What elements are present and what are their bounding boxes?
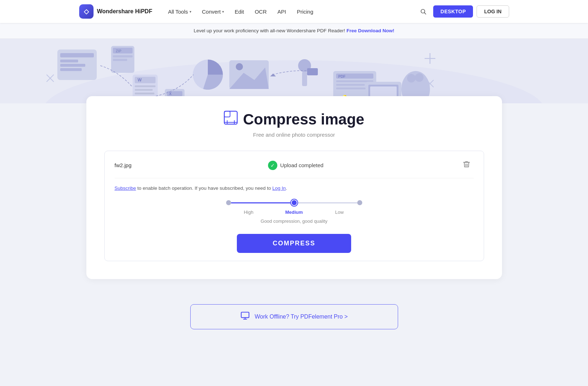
nav-edit[interactable]: Edit [230, 6, 249, 18]
svg-rect-52 [224, 111, 230, 117]
svg-rect-31 [336, 84, 365, 86]
nav-convert[interactable]: Convert ▾ [197, 6, 229, 18]
compression-description: Good compression, good quality [260, 218, 327, 224]
svg-rect-5 [60, 53, 94, 57]
search-icon [420, 8, 426, 15]
svg-rect-8 [60, 68, 82, 71]
logo-icon: ◇ [79, 4, 94, 19]
trash-icon [463, 160, 470, 168]
svg-rect-18 [135, 89, 153, 91]
compression-control: High Medium Low Good compression, good q… [115, 199, 474, 224]
low-dot [357, 200, 362, 205]
offline-banner[interactable]: Work Offline? Try PDFelement Pro > [190, 304, 398, 329]
brand-name: Wondershare HiPDF [97, 8, 152, 15]
upload-status: ✓ Upload completed [268, 161, 324, 170]
svg-text:W: W [138, 77, 142, 83]
image-icon [224, 110, 238, 125]
hero-svg: ZIP W X PDF 💡 [0, 39, 588, 103]
upload-header: fw2.jpg ✓ Upload completed [115, 159, 474, 178]
main-content: Compress image Free and online photo com… [0, 103, 588, 351]
upload-area: fw2.jpg ✓ Upload completed Subscribe [104, 151, 484, 261]
svg-text:ZIP: ZIP [116, 49, 121, 53]
nav-all-tools[interactable]: All Tools ▾ [163, 6, 196, 18]
desktop-icon [240, 311, 250, 320]
download-link[interactable]: Free Download Now! [346, 28, 395, 33]
nav-links: All Tools ▾ Convert ▾ Edit OCR API Prici… [163, 6, 415, 18]
svg-rect-13 [113, 59, 127, 61]
svg-line-1 [425, 13, 426, 14]
check-circle-icon: ✓ [268, 161, 277, 170]
nav-ocr[interactable]: OCR [250, 6, 272, 18]
svg-rect-7 [60, 64, 85, 67]
navbar: ◇ Wondershare HiPDF All Tools ▾ Convert … [0, 0, 588, 23]
nav-pricing[interactable]: Pricing [292, 6, 318, 18]
svg-rect-19 [135, 93, 154, 94]
high-dot [226, 200, 231, 205]
svg-rect-32 [336, 88, 368, 89]
svg-rect-56 [241, 312, 249, 317]
slider-line-left [231, 202, 291, 203]
medium-dot [291, 199, 297, 206]
chevron-down-icon: ▾ [222, 10, 224, 14]
nav-api[interactable]: API [272, 6, 291, 18]
svg-rect-12 [113, 55, 133, 57]
hero-illustration: ZIP W X PDF 💡 [0, 39, 588, 103]
svg-point-42 [407, 74, 416, 83]
search-button[interactable] [417, 5, 430, 18]
compression-slider[interactable] [226, 199, 362, 206]
svg-rect-6 [60, 60, 78, 62]
monitor-icon [240, 311, 250, 323]
svg-rect-17 [135, 85, 156, 87]
subscribe-link[interactable]: Subscribe [115, 185, 136, 191]
logo[interactable]: ◇ Wondershare HiPDF [79, 4, 152, 19]
slider-line-right [297, 202, 357, 203]
file-name: fw2.jpg [115, 162, 132, 168]
svg-rect-34 [302, 72, 307, 86]
label-high[interactable]: High [226, 210, 272, 215]
label-low[interactable]: Low [317, 210, 362, 215]
login-link[interactable]: Log In [272, 185, 286, 191]
svg-text:X: X [169, 92, 172, 96]
compress-button[interactable]: COMPRESS [237, 234, 351, 253]
nav-actions: DESKTOP LOG IN [417, 5, 509, 18]
svg-point-26 [236, 63, 243, 70]
delete-file-button[interactable] [460, 159, 473, 171]
desktop-button[interactable]: DESKTOP [433, 5, 473, 18]
slider-labels: High Medium Low [226, 210, 362, 215]
main-card: Compress image Free and online photo com… [86, 96, 502, 279]
promo-banner: Level up your work proficiency with all-… [0, 23, 588, 39]
offline-label: Work Offline? Try PDFelement Pro > [255, 314, 348, 320]
page-subtitle: Free and online photo compressor [104, 132, 484, 138]
svg-text:PDF: PDF [338, 75, 345, 79]
subscribe-note: Subscribe to enable batch operation. If … [115, 185, 474, 191]
label-medium[interactable]: Medium [271, 210, 317, 215]
page-title: Compress image [104, 110, 484, 128]
svg-rect-35 [307, 68, 318, 75]
chevron-down-icon: ▾ [190, 10, 191, 14]
compress-image-icon [224, 110, 238, 128]
svg-point-43 [415, 73, 424, 82]
login-button[interactable]: LOG IN [477, 5, 509, 18]
